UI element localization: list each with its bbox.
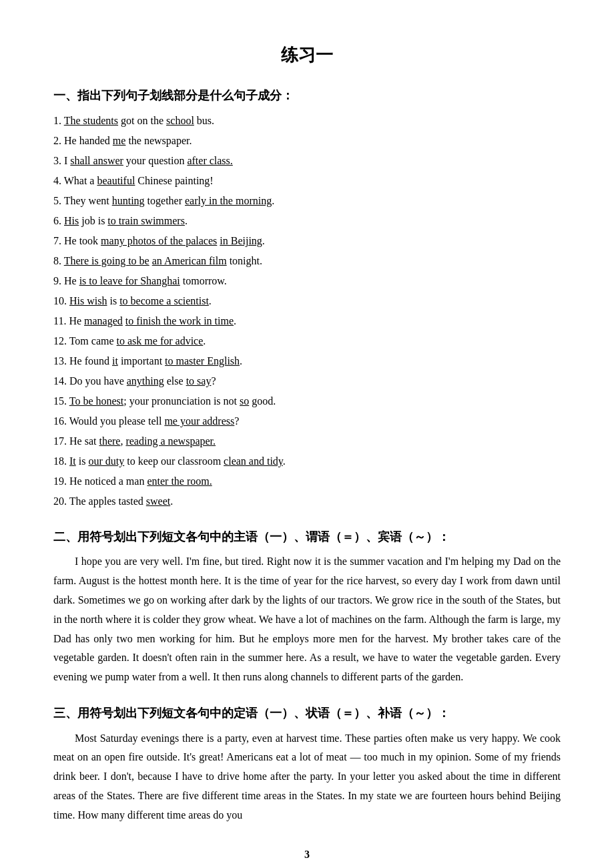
list-item: 8. There is going to be an American film… bbox=[53, 252, 561, 270]
list-item: 10. His wish is to become a scientist. bbox=[53, 292, 561, 310]
sentence-list: 1. The students got on the school bus. 2… bbox=[53, 112, 561, 511]
section2-paragraph: I hope you are very well. I'm fine, but … bbox=[53, 552, 561, 687]
list-item: 15. To be honest; your pronunciation is … bbox=[53, 392, 561, 411]
list-item: 5. They went hunting together early in t… bbox=[53, 192, 561, 210]
list-item: 16. Would you please tell me your addres… bbox=[53, 412, 561, 431]
list-item: 9. He is to leave for Shanghai tomorrow. bbox=[53, 272, 561, 290]
page-title: 练习一 bbox=[53, 40, 561, 69]
list-item: 18. It is our duty to keep our classroom… bbox=[53, 452, 561, 471]
section1: 一、指出下列句子划线部分是什么句子成分： 1. The students got… bbox=[53, 85, 561, 511]
list-item: 11. He managed to finish the work in tim… bbox=[53, 312, 561, 331]
section2-heading: 二、用符号划出下列短文各句中的主语（一）、谓语（＝）、宾语（～）： bbox=[53, 527, 561, 548]
list-item: 6. His job is to train swimmers. bbox=[53, 212, 561, 230]
section3: 三、用符号划出下列短文各句中的定语（一）、状语（＝）、补语（～）： Most S… bbox=[53, 703, 561, 825]
list-item: 4. What a beautiful Chinese painting! bbox=[53, 172, 561, 190]
page-number: 3 bbox=[53, 845, 561, 863]
section3-paragraph: Most Saturday evenings there is a party,… bbox=[53, 729, 561, 825]
section2: 二、用符号划出下列短文各句中的主语（一）、谓语（＝）、宾语（～）： I hope… bbox=[53, 527, 561, 687]
list-item: 3. I shall answer your question after cl… bbox=[53, 152, 561, 170]
section3-heading: 三、用符号划出下列短文各句中的定语（一）、状语（＝）、补语（～）： bbox=[53, 703, 561, 724]
list-item: 19. He noticed a man enter the room. bbox=[53, 472, 561, 491]
list-item: 2. He handed me the newspaper. bbox=[53, 132, 561, 150]
section1-heading: 一、指出下列句子划线部分是什么句子成分： bbox=[53, 85, 561, 106]
list-item: 17. He sat there, reading a newspaper. bbox=[53, 432, 561, 451]
list-item: 1. The students got on the school bus. bbox=[53, 112, 561, 130]
list-item: 14. Do you have anything else to say? bbox=[53, 372, 561, 391]
list-item: 12. Tom came to ask me for advice. bbox=[53, 332, 561, 351]
list-item: 20. The apples tasted sweet. bbox=[53, 492, 561, 511]
list-item: 13. He found it important to master Engl… bbox=[53, 352, 561, 371]
list-item: 7. He took many photos of the palaces in… bbox=[53, 232, 561, 250]
